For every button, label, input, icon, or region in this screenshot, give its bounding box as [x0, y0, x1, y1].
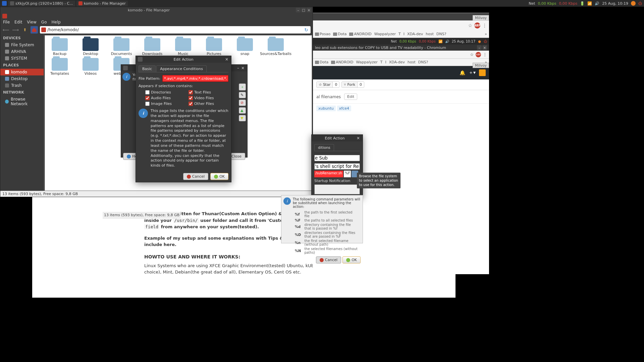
- folder-item[interactable]: Documents: [109, 38, 133, 56]
- bookmark-item[interactable]: T: [398, 32, 401, 36]
- folder-item[interactable]: Templates: [48, 58, 72, 83]
- home-button[interactable]: [31, 26, 38, 34]
- bookmark-item[interactable]: XDA-dev: [407, 32, 423, 36]
- bookmark-item[interactable]: Posao: [315, 32, 330, 36]
- bookmark-item[interactable]: host: [408, 60, 416, 64]
- edit-description-button[interactable]: Edit: [344, 94, 357, 100]
- folder-item[interactable]: Pictures: [202, 38, 226, 56]
- rss-icon[interactable]: ●: [478, 40, 481, 43]
- close-button[interactable]: ×: [224, 57, 229, 62]
- folder-item[interactable]: Desktop: [78, 38, 103, 56]
- clock[interactable]: 25 Aug, 10:19: [602, 1, 628, 6]
- move-down-button[interactable]: ▼: [239, 115, 246, 121]
- action-name-input[interactable]: [314, 155, 360, 161]
- add-menu-icon[interactable]: ＋▾: [469, 70, 476, 76]
- menu-go[interactable]: Go: [41, 20, 47, 24]
- topic-tag[interactable]: xubuntu: [316, 106, 336, 111]
- restore-button[interactable]: Milivoy: [473, 63, 489, 68]
- folder-item[interactable]: Music: [171, 38, 195, 56]
- close-button[interactable]: ×: [307, 8, 311, 12]
- bookmark-item[interactable]: DNS?: [418, 60, 428, 64]
- cancel-button[interactable]: Cancel: [183, 173, 208, 180]
- folder-item[interactable]: Downloads: [140, 38, 164, 56]
- ok-button[interactable]: OK: [210, 173, 228, 180]
- bookmark-item[interactable]: XDA-dev: [389, 60, 405, 64]
- wifi-icon[interactable]: 📶: [438, 40, 442, 43]
- bookmark-item[interactable]: Dota: [333, 32, 346, 36]
- bookmark-star-icon[interactable]: ☆: [470, 52, 474, 57]
- sidebar-item-arhiva[interactable]: ARHIVA: [0, 48, 44, 55]
- bookmark-item[interactable]: ANDROID: [349, 32, 371, 36]
- path-bar[interactable]: /home/komodo/ ↻: [40, 26, 311, 34]
- check-text-files[interactable]: Text Files: [189, 90, 228, 95]
- home-icon[interactable]: [2, 14, 7, 18]
- chrome-tab-bar[interactable]: [313, 13, 489, 20]
- restore-button[interactable]: Milivoy: [473, 15, 489, 20]
- cancel-button[interactable]: Cancel: [316, 256, 341, 263]
- minimize-button[interactable]: –: [296, 8, 301, 12]
- fm-titlebar[interactable]: komodo - File Manager – □ ×: [0, 7, 313, 13]
- close-button[interactable]: ×: [356, 136, 361, 140]
- minimize-button[interactable]: –: [236, 66, 240, 70]
- folder-item[interactable]: Sources&Tarballs: [264, 38, 288, 56]
- taskbar-item-image[interactable]: sXkjyOl.png (644×362) - C...: [8, 1, 75, 6]
- abp-icon[interactable]: ABP: [476, 52, 481, 57]
- tab-basic[interactable]: Basic: [139, 65, 156, 72]
- menu-file[interactable]: File: [3, 20, 10, 24]
- dialog-titlebar[interactable]: Edit Action ×: [136, 56, 231, 63]
- bookmark-item[interactable]: Wappalyzer: [374, 32, 396, 36]
- topic-tag[interactable]: xfce4: [337, 106, 351, 111]
- chrome-menu-icon[interactable]: ⋮: [483, 52, 487, 57]
- chrome-menu-icon[interactable]: ⋮: [482, 23, 487, 28]
- dialog-titlebar[interactable]: Edit Action ×: [312, 135, 363, 141]
- bookmark-item[interactable]: T: [380, 60, 383, 64]
- clock[interactable]: 25 Aug, 10:17: [452, 40, 476, 43]
- check-directories[interactable]: Directories: [145, 90, 185, 95]
- refresh-icon[interactable]: ↻: [303, 27, 309, 33]
- bookmarks-overflow-icon[interactable]: »: [485, 32, 487, 36]
- bookmark-item[interactable]: I: [385, 60, 386, 64]
- check-other-files[interactable]: Other Files: [189, 102, 228, 106]
- power-icon[interactable]: ⏻: [484, 40, 487, 43]
- up-button[interactable]: [21, 26, 29, 34]
- volume-icon[interactable]: 🔊: [445, 40, 449, 43]
- fork-button[interactable]: ⑂Fork 0: [341, 81, 364, 88]
- folder-item[interactable]: Backup: [48, 38, 72, 56]
- startup-notification-check[interactable]: Startup Notification: [314, 179, 360, 183]
- volume-icon[interactable]: 🔊: [595, 1, 599, 6]
- move-up-button[interactable]: ▲: [239, 107, 246, 114]
- back-button[interactable]: [2, 26, 10, 34]
- bookmark-item[interactable]: I: [404, 32, 405, 36]
- abp-icon[interactable]: ABP: [474, 22, 480, 28]
- bookmark-item[interactable]: Wappalyzer: [356, 60, 378, 64]
- tab-conditions-fragment[interactable]: ditions: [314, 144, 334, 151]
- bookmark-star-icon[interactable]: ☆: [468, 23, 472, 28]
- bookmark-item[interactable]: host: [426, 32, 434, 36]
- forward-button[interactable]: [12, 26, 19, 34]
- action-description-input[interactable]: [314, 163, 360, 170]
- menu-edit[interactable]: Edit: [14, 20, 22, 24]
- menu-view[interactable]: View: [27, 20, 36, 24]
- sidebar-item-komodo[interactable]: komodo: [0, 69, 44, 75]
- edit-action-button[interactable]: ✎: [239, 92, 246, 98]
- star-button[interactable]: ☆Star 0: [316, 81, 339, 88]
- sidebar-item-system[interactable]: SYSTEM: [0, 55, 44, 62]
- bookmark-item[interactable]: DNS?: [436, 32, 446, 36]
- sidebar-item-browse-network[interactable]: Browse Network: [0, 96, 44, 107]
- folder-item[interactable]: Videos: [78, 58, 103, 83]
- notifications-icon[interactable]: 🔔: [460, 70, 465, 75]
- sidebar-item-filesystem[interactable]: File System: [0, 42, 44, 48]
- ok-button[interactable]: OK: [342, 256, 361, 263]
- maximize-button[interactable]: □: [301, 8, 306, 12]
- icon-picker[interactable]: [314, 184, 360, 194]
- sidebar-item-desktop[interactable]: Desktop: [0, 75, 44, 82]
- folder-item[interactable]: snap: [233, 38, 257, 56]
- rss-icon[interactable]: [631, 1, 636, 6]
- bookmark-item[interactable]: ANDROID: [331, 60, 353, 64]
- tab-appearance[interactable]: Appearance Conditions: [156, 65, 207, 72]
- minimize-button[interactable]: –: [477, 45, 482, 50]
- close-button[interactable]: ×: [482, 45, 487, 50]
- close-button[interactable]: ×: [240, 66, 245, 70]
- bookmark-item[interactable]: Dota: [315, 60, 328, 64]
- check-audio-files[interactable]: Audio Files: [145, 96, 185, 100]
